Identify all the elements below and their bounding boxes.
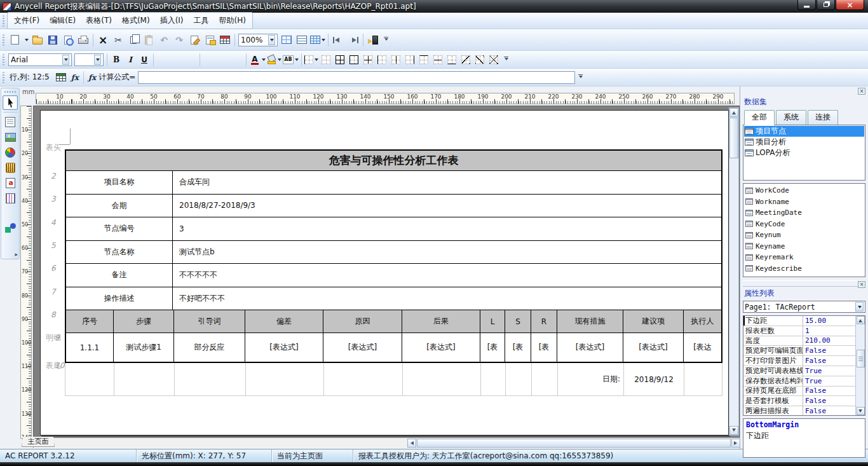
footer-cell-5[interactable] — [403, 363, 481, 395]
footer-cell-3[interactable] — [246, 363, 324, 395]
minimize-button[interactable] — [797, 0, 816, 10]
property-row-7[interactable]: 保持页尾在底部False — [743, 387, 855, 397]
menu-item-5[interactable]: 工具 — [189, 13, 214, 29]
font-size-combo[interactable] — [74, 53, 104, 66]
dropdown-button[interactable] — [94, 55, 101, 65]
dataset-item-2[interactable]: LOPA分析 — [744, 147, 864, 158]
info-label-cell[interactable]: 会期 — [66, 195, 173, 217]
field-item-0[interactable]: WorkCode — [744, 185, 864, 196]
footer-cell-8[interactable] — [532, 363, 558, 395]
scroll-thumb[interactable] — [857, 350, 865, 367]
border-center-h-button[interactable] — [431, 53, 445, 67]
detail-cell-0[interactable]: 1.1.1 — [66, 333, 114, 362]
property-value[interactable]: True — [803, 376, 855, 386]
vertical-scrollbar[interactable] — [729, 107, 739, 435]
valign-bottom-button[interactable] — [230, 53, 244, 67]
bold-button[interactable]: B — [109, 53, 123, 67]
property-row-8[interactable]: 是否套打模板False — [743, 396, 855, 406]
footer-cell-0[interactable] — [65, 363, 114, 395]
border-right-button[interactable] — [403, 53, 417, 67]
dataset-tab-2[interactable]: 连接 — [808, 110, 838, 125]
field-item-7[interactable]: Keydescribe — [744, 263, 864, 275]
info-value-cell[interactable]: 不好吧不不不 — [173, 287, 721, 310]
column-header-10[interactable]: 建议项 — [623, 310, 684, 332]
column-header-8[interactable]: R — [531, 310, 557, 332]
print-button[interactable] — [76, 32, 91, 48]
field-item-1[interactable]: Workname — [744, 196, 864, 208]
detail-cell-3[interactable]: [表达式] — [245, 333, 323, 362]
field-item-4[interactable]: Keynum — [744, 230, 864, 241]
horizontal-scrollbar[interactable] — [34, 437, 740, 448]
menu-item-2[interactable]: 表格(T) — [81, 13, 117, 29]
dataset-item-0[interactable]: 项目节点 — [744, 126, 864, 137]
info-label-cell[interactable]: 备注 — [66, 264, 173, 287]
scroll-up-button[interactable] — [729, 108, 738, 117]
grid-options-button[interactable] — [309, 32, 326, 48]
align-right-button[interactable] — [184, 53, 198, 67]
field-item-2[interactable]: MeetingDate — [744, 207, 864, 219]
info-label-cell[interactable]: 操作描述 — [66, 287, 173, 310]
text-tool-button[interactable] — [3, 114, 18, 129]
page-setup-button[interactable] — [202, 32, 217, 48]
toolbar-grip[interactable] — [3, 72, 4, 83]
property-value[interactable]: False — [803, 346, 855, 355]
new-more-button[interactable] — [22, 32, 30, 48]
scroll-up-button[interactable] — [857, 316, 865, 324]
scroll-left-button[interactable] — [407, 439, 416, 448]
border-diagonal-up-button[interactable] — [473, 53, 487, 67]
align-left-button[interactable] — [156, 53, 170, 67]
info-label-cell[interactable]: 节点编号 — [66, 217, 173, 240]
fx-icon[interactable]: ƒx — [69, 73, 81, 82]
align-center-button[interactable] — [170, 53, 184, 67]
footer-cell-11[interactable] — [684, 363, 722, 395]
property-object-selector[interactable]: Page1: TAcReport — [743, 301, 865, 313]
subreport-tool-button[interactable] — [3, 191, 18, 205]
footer-cell-4[interactable] — [324, 363, 403, 395]
exit-button[interactable] — [365, 32, 381, 48]
toolbar-grip[interactable] — [3, 54, 4, 65]
menu-item-3[interactable]: 格式(M) — [117, 13, 155, 29]
info-label-cell[interactable]: 项目名称 — [66, 171, 173, 194]
footer-cell-6[interactable] — [481, 363, 506, 395]
border-left-button[interactable] — [375, 53, 389, 67]
dataset-tab-0[interactable]: 全部 — [744, 110, 775, 125]
barcode-tool-button[interactable] — [3, 160, 18, 175]
footer-cell-2[interactable] — [175, 363, 246, 395]
property-row-9[interactable]: 两遍扫描报表False — [743, 406, 855, 416]
save-button[interactable] — [45, 32, 60, 48]
grow-col-button[interactable] — [346, 32, 361, 48]
dropdown-button[interactable] — [62, 55, 69, 65]
border-bottom-button[interactable] — [445, 53, 459, 67]
info-value-cell[interactable]: 2018/8/27-2018/9/3 — [173, 195, 721, 217]
dropdown-button[interactable] — [855, 302, 864, 312]
info-value-cell[interactable]: 合成车间 — [173, 171, 721, 194]
property-value[interactable]: False — [803, 396, 855, 406]
image-tool-button[interactable] — [3, 130, 18, 144]
formula-input[interactable] — [138, 71, 575, 84]
export-button[interactable] — [187, 32, 202, 48]
detail-cell-1[interactable]: 测试步骤1 — [114, 333, 174, 362]
zoom-combo[interactable]: 100% — [238, 34, 278, 46]
column-header-11[interactable]: 执行人 — [684, 310, 721, 332]
field-item-6[interactable]: Keyremark — [744, 252, 864, 263]
footer-cell-7[interactable] — [506, 363, 532, 395]
redo-button[interactable]: ↷ — [172, 32, 187, 48]
delete-button[interactable]: × — [95, 32, 111, 48]
palette-expand-icon[interactable]: ▸ — [15, 251, 18, 257]
property-value[interactable]: False — [803, 356, 855, 366]
info-value-cell[interactable]: 不不不不不 — [173, 264, 721, 287]
shrink-col-button[interactable] — [330, 32, 346, 48]
detail-cell-6[interactable]: [表 — [480, 333, 505, 362]
footer-date-value-cell[interactable]: 2018/9/12 — [624, 363, 684, 395]
paste-button[interactable] — [141, 32, 156, 48]
toolbar-overflow-icon[interactable] — [578, 74, 583, 80]
scroll-down-button[interactable] — [729, 426, 738, 435]
info-label-cell[interactable]: 节点名称 — [66, 241, 173, 264]
font-color-button[interactable]: A — [248, 53, 266, 67]
column-header-3[interactable]: 偏差 — [245, 310, 323, 332]
page-tab-main[interactable]: 主页面 — [22, 437, 55, 447]
border-center-v-button[interactable] — [389, 53, 403, 67]
merge-cells-button[interactable] — [279, 32, 294, 48]
richtext-tool-button[interactable] — [3, 175, 18, 190]
palette-grip[interactable] — [4, 91, 16, 93]
